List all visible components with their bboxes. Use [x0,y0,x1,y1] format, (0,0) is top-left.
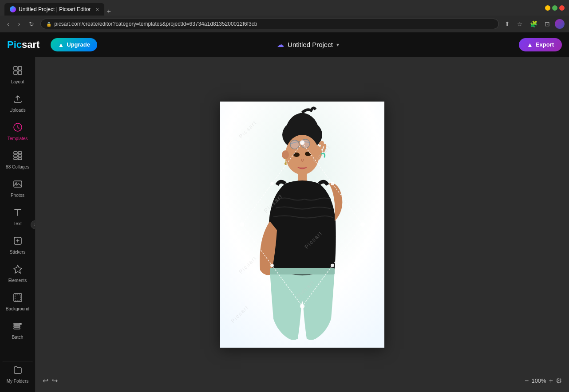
sidebar-item-label-elements: Elements [8,278,27,283]
sidebar-item-label-my-folders: My Folders [7,379,28,384]
browser-chrome: Untitled Project | Picsart Editor ✕ + [0,0,569,16]
tab-favicon [10,6,16,12]
svg-rect-8 [14,158,17,160]
export-button[interactable]: ▲ Export [519,38,562,51]
forward-button[interactable]: › [16,19,23,29]
chevron-down-icon[interactable]: ▾ [336,42,339,48]
collages-icon [13,151,23,163]
svg-point-26 [290,140,299,149]
text-icon [13,208,23,220]
svg-rect-2 [14,71,17,74]
layout-icon [13,66,23,78]
sidebar-item-label-batch: Batch [12,335,24,340]
canvas-container: Picsart Picsart Picsart Picsart Picsart … [220,102,384,348]
sidebar-item-label-collages: 88 Collages [6,165,29,169]
sidebar-item-background[interactable]: Background [2,288,33,316]
active-tab[interactable]: Untitled Project | Picsart Editor ✕ [4,3,104,16]
share-button[interactable]: ⬆ [502,19,512,29]
svg-rect-5 [18,152,22,154]
sidebar-item-my-folders[interactable]: My Folders [2,361,33,388]
browser-tabs: Untitled Project | Picsart Editor ✕ + [4,0,114,16]
logo: Picsart [7,39,40,51]
svg-rect-1 [18,67,22,70]
url-text: picsart.com/create/editor?category=templ… [54,21,257,27]
window-controls [545,5,565,11]
svg-point-28 [293,153,300,157]
sidebar-item-label-uploads: Uploads [9,108,26,113]
svg-rect-6 [14,155,17,157]
sidebar-item-label-layout: Layout [11,79,24,84]
sidebar-item-label-stickers: Stickers [10,250,26,255]
zoom-out-button[interactable]: − [525,377,529,385]
sidebar-item-templates[interactable]: Templates [2,118,33,145]
zoom-level-display: 100% [531,377,546,384]
project-title[interactable]: Untitled Project [288,41,333,48]
sidebar-item-uploads[interactable]: Uploads [2,90,33,117]
canvas-photo: Picsart Picsart Picsart Picsart Picsart … [220,102,384,348]
header-divider [45,39,45,51]
export-icon: ▲ [527,41,533,48]
svg-rect-15 [15,295,20,300]
svg-point-25 [284,162,287,165]
person-svg [220,102,384,348]
sidebar-item-label-templates: Templates [8,136,28,141]
background-icon [13,293,23,305]
export-label: Export [536,41,554,48]
split-view-button[interactable]: ⊡ [542,19,552,29]
logo-text: Picsart [7,39,40,51]
upgrade-button[interactable]: ▲ Upgrade [51,38,97,51]
sidebar-item-stickers[interactable]: Stickers [2,231,33,259]
bookmark-button[interactable]: ☆ [515,19,525,29]
zoom-in-button[interactable]: + [549,377,553,385]
svg-rect-4 [14,152,17,154]
svg-point-27 [301,139,310,148]
undo-button[interactable]: ↩ [43,376,48,385]
zoom-settings-button[interactable]: ⚙ [556,376,562,385]
sidebar-item-layout[interactable]: Layout [2,61,33,89]
stickers-icon [13,236,23,248]
app: Picsart ▲ Upgrade ☁ Untitled Project ▾ ▲… [0,32,569,392]
svg-rect-31 [270,268,335,274]
sidebar-item-photos[interactable]: Photos [2,175,33,202]
tab-title: Untitled Project | Picsart Editor [19,6,91,12]
upgrade-label: Upgrade [67,41,90,48]
svg-rect-10 [14,181,22,187]
redo-button[interactable]: ↪ [52,376,58,385]
elements-icon [13,264,23,276]
zoom-controls: − 100% + ⚙ [525,376,562,385]
close-button[interactable] [559,5,565,11]
refresh-button[interactable]: ↻ [26,19,37,29]
sidebar: Layout Uploads Templates 8 [0,57,36,392]
maximize-button[interactable] [552,5,557,11]
batch-icon [13,321,23,333]
minimize-button[interactable] [545,5,550,11]
lock-icon: 🔒 [46,22,51,27]
svg-point-19 [20,323,22,325]
tab-close-btn[interactable]: ✕ [95,7,99,12]
sidebar-item-label-photos: Photos [11,193,24,198]
svg-rect-0 [14,67,17,70]
svg-point-23 [282,150,289,159]
address-bar[interactable]: 🔒 picsart.com/create/editor?category=tem… [40,19,499,29]
canvas-area[interactable]: Picsart Picsart Picsart Picsart Picsart … [36,57,569,392]
canvas-photo-inner: Picsart Picsart Picsart Picsart Picsart … [220,102,384,348]
sidebar-item-collages[interactable]: 88 Collages [2,146,33,174]
svg-rect-16 [14,323,20,325]
sidebar-item-label-background: Background [6,306,29,311]
sidebar-item-batch[interactable]: Batch [2,317,33,344]
extensions-button[interactable]: 🧩 [528,19,540,29]
svg-rect-7 [18,155,22,157]
sidebar-item-label-text: Text [13,221,21,226]
my-folders-icon [13,365,23,377]
sidebar-item-elements[interactable]: Elements [2,260,33,287]
svg-rect-18 [14,328,20,329]
back-button[interactable]: ‹ [4,19,12,29]
sidebar-item-text[interactable]: Text [2,203,33,231]
profile-button[interactable] [555,19,565,29]
upgrade-icon: ▲ [58,41,64,48]
header-center: ☁ Untitled Project ▾ [97,40,519,49]
templates-icon [13,122,23,134]
photos-icon [13,179,23,191]
new-tab-button[interactable]: + [104,8,114,16]
svg-rect-9 [18,158,22,160]
